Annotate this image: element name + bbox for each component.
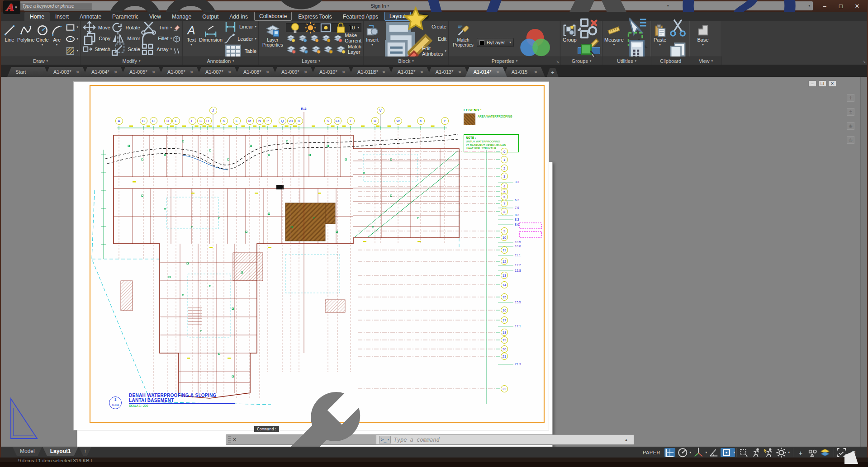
group-button[interactable]: Group — [563, 22, 577, 56]
panel-label-properties[interactable]: Properties▾↘ — [449, 57, 560, 65]
text-button[interactable]: AText▾ — [185, 22, 198, 56]
zoom-tool-icon[interactable]: ± — [847, 108, 854, 116]
ribbon-tab-manage[interactable]: Manage — [166, 12, 197, 21]
isodraft-button[interactable]: ▾ — [693, 448, 707, 457]
model-tab[interactable]: Model — [13, 447, 42, 456]
copy-clip-button[interactable] — [668, 47, 688, 54]
layer-properties-button[interactable]: Layer Properties — [261, 22, 285, 56]
panel-label-layers[interactable]: Layers▾ — [259, 57, 363, 65]
drawing-canvas[interactable]: LEGEND : AREA WATERPROOFING NOTE : UNTUK… — [1, 77, 867, 447]
stretch-button[interactable]: Stretch — [82, 46, 110, 53]
layout1-tab[interactable]: Layout1 — [43, 447, 78, 456]
ribbon-tab-output[interactable]: Output — [197, 12, 224, 21]
file-tab-a1-011b[interactable]: A1-011B*✕ — [349, 67, 393, 77]
file-tab-a1-013[interactable]: A1-013*✕ — [427, 67, 469, 77]
erase-button[interactable] — [173, 24, 180, 31]
close-icon[interactable]: ✕ — [496, 70, 499, 75]
command-input[interactable] — [394, 437, 621, 443]
command-close-icon[interactable]: ✕ — [232, 437, 237, 443]
ellipse-button[interactable]: ▾ — [65, 35, 78, 42]
linear-dimension-button[interactable]: Linear▾ — [223, 23, 256, 30]
file-tab-start[interactable]: Start — [7, 67, 49, 77]
new-file-tab-button[interactable]: + — [547, 68, 559, 77]
panel-expander-icon[interactable]: ↘ — [863, 60, 866, 64]
paste-button[interactable]: Paste▾ — [653, 22, 667, 56]
close-icon[interactable]: ✕ — [190, 70, 194, 75]
panel-label-block[interactable]: Block▾ — [364, 57, 448, 65]
scale-button[interactable]: Scale — [110, 46, 140, 53]
object-color-dropdown[interactable]: ByLayer▾ — [477, 38, 514, 47]
insert-block-button[interactable]: Insert▾ — [365, 22, 379, 56]
file-tab-a1-004[interactable]: A1-004*✕ — [83, 67, 125, 77]
close-icon[interactable]: ✕ — [76, 70, 80, 75]
command-line[interactable]: ✕ >_▾ ▲ — [226, 434, 634, 445]
group-selection-toggle[interactable] — [578, 47, 600, 54]
offset-button[interactable] — [173, 47, 180, 54]
close-icon[interactable]: ✕ — [342, 70, 346, 75]
close-icon[interactable]: ✕ — [152, 70, 156, 75]
polyline-button[interactable]: Polyline — [17, 22, 35, 56]
file-tab-a1-006[interactable]: A1-006*✕ — [159, 67, 201, 77]
close-icon[interactable]: ✕ — [228, 70, 232, 75]
ribbon-tab-insert[interactable]: Insert — [50, 12, 74, 21]
make-current-button[interactable]: Make Current — [286, 33, 361, 43]
arc-button[interactable]: Arc▾ — [50, 22, 64, 56]
layer-dropdown[interactable]: 0▾ — [286, 23, 361, 32]
panel-label-annotation[interactable]: Annotation▾ — [183, 57, 258, 65]
object-snap-button[interactable]: ▾ — [721, 448, 735, 457]
doc-minimize-button[interactable]: – — [808, 80, 816, 87]
drag-grip-icon[interactable] — [228, 436, 231, 443]
new-layout-button[interactable]: + — [79, 447, 91, 456]
close-icon[interactable]: ✕ — [114, 70, 118, 75]
base-view-button[interactable]: Base▾ — [692, 22, 714, 56]
close-icon[interactable]: ✕ — [458, 70, 461, 75]
close-icon[interactable]: ✕ — [304, 70, 308, 75]
help-search-input[interactable] — [20, 3, 92, 9]
file-tab-a1-010[interactable]: A1-010*✕ — [311, 67, 353, 77]
hatch-button[interactable]: ▾ — [65, 47, 78, 54]
doc-restore-button[interactable]: ❐ — [818, 80, 826, 87]
pan-tool-icon[interactable]: ✛ — [847, 94, 854, 102]
app-menu-button[interactable]: A ▼ — [3, 0, 20, 14]
file-tab-a1-005[interactable]: A1-005*✕ — [121, 67, 163, 77]
fillet-button[interactable]: Fillet▾ — [140, 35, 172, 42]
close-icon[interactable]: ✕ — [382, 70, 385, 75]
array-button[interactable]: Array▾ — [140, 46, 172, 53]
close-icon[interactable]: ✕ — [420, 70, 423, 75]
close-icon[interactable]: ✕ — [266, 70, 270, 75]
file-tab-a1-012[interactable]: A1-012*✕ — [389, 67, 431, 77]
cut-button[interactable] — [668, 24, 688, 31]
panel-label-clipboard[interactable]: Clipboard — [651, 57, 690, 65]
ribbon-tab-express-tools[interactable]: Express Tools — [293, 12, 337, 21]
move-button[interactable]: Move — [82, 24, 110, 31]
orbit-tool-icon[interactable]: ◉ — [847, 122, 854, 130]
paper-space-button[interactable]: PAPER — [643, 450, 660, 455]
ribbon-tab-parametric[interactable]: Parametric — [107, 12, 144, 21]
ribbon-tab-collaborate[interactable]: Collaborate — [254, 12, 292, 21]
isolate-objects-button[interactable] — [807, 448, 818, 457]
graphics-performance-button[interactable] — [820, 448, 830, 457]
file-tab-a1-003[interactable]: A1-003*✕ — [45, 67, 87, 77]
close-icon[interactable]: ✕ — [534, 70, 537, 75]
file-tab-a1-008[interactable]: A1-008*✕ — [235, 67, 277, 77]
vertical-scrollbar[interactable] — [860, 77, 867, 447]
explode-button[interactable] — [173, 35, 180, 42]
workspace-switch-button[interactable]: + — [795, 448, 806, 457]
annotation-autoscale-button[interactable] — [763, 448, 774, 457]
panel-label-view[interactable]: View▾↘ — [690, 57, 721, 65]
close-button[interactable]: ✕ — [849, 0, 865, 12]
quick-calc-button[interactable] — [625, 47, 649, 54]
match-layer-button[interactable]: Match Layer — [286, 44, 361, 55]
file-tab-a1-009[interactable]: A1-009*✕ — [273, 67, 315, 77]
annotation-visibility-button[interactable] — [751, 448, 762, 457]
maximize-button[interactable]: □ — [833, 0, 849, 12]
panel-label-groups[interactable]: Groups▾ — [561, 57, 602, 65]
selection-cycling-button[interactable] — [739, 448, 749, 457]
ribbon-tab-featured-apps[interactable]: Featured Apps — [337, 12, 384, 21]
match-properties-button[interactable]: Match Properties — [451, 22, 476, 56]
ribbon-tab-home[interactable]: Home — [24, 12, 50, 21]
copy-button[interactable]: Copy — [82, 35, 110, 42]
minimize-button[interactable]: – — [816, 0, 833, 12]
panel-expander-icon[interactable]: ↘ — [556, 60, 559, 64]
dynamic-input-button[interactable] — [708, 448, 719, 457]
